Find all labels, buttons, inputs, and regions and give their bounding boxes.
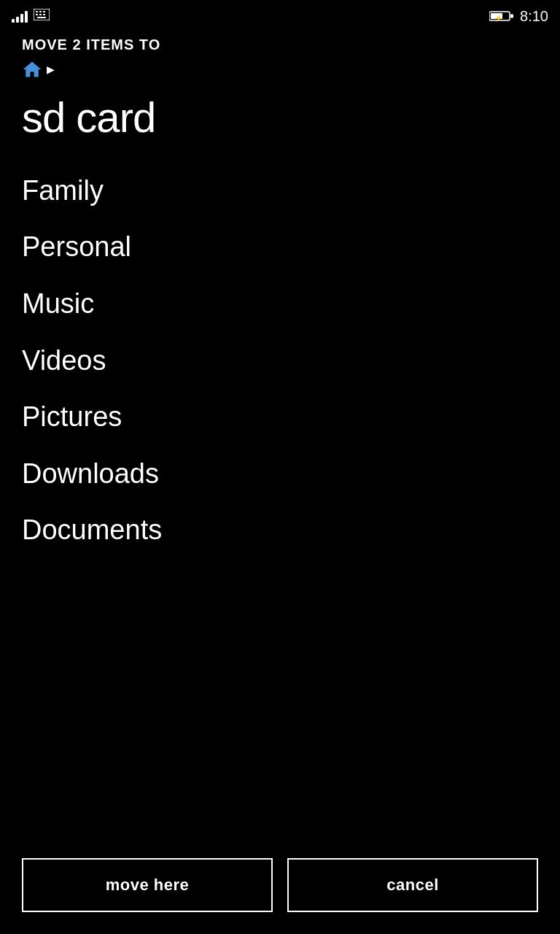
svg-rect-1 (36, 11, 38, 12)
main-content: MOVE 2 ITEMS TO ▶ sd card Family Persona… (0, 29, 560, 559)
home-icon[interactable] (22, 59, 42, 80)
move-here-button[interactable]: move here (22, 858, 273, 912)
signal-bar-4 (25, 11, 28, 23)
breadcrumb-arrow: ▶ (47, 63, 55, 75)
list-item[interactable]: Pictures (22, 389, 538, 446)
svg-rect-5 (39, 14, 42, 15)
signal-icon (12, 9, 28, 23)
page-title: MOVE 2 ITEMS TO (22, 36, 538, 53)
status-left (12, 9, 50, 23)
action-bar: move here cancel (22, 858, 538, 912)
svg-rect-6 (43, 14, 45, 15)
status-time: 8:10 (520, 8, 548, 25)
cancel-button[interactable]: cancel (287, 858, 538, 912)
svg-rect-7 (37, 17, 46, 18)
list-item[interactable]: Music (22, 276, 538, 333)
svg-text:⚡: ⚡ (494, 14, 503, 23)
keyboard-icon (34, 9, 50, 23)
svg-rect-2 (39, 11, 42, 12)
list-item[interactable]: Videos (22, 333, 538, 390)
signal-bar-1 (12, 19, 15, 23)
breadcrumb: ▶ (22, 59, 538, 80)
signal-bar-3 (20, 14, 23, 23)
svg-rect-11 (510, 15, 513, 18)
list-item[interactable]: Family (22, 163, 538, 220)
svg-rect-3 (43, 11, 45, 12)
current-location: sd card (22, 94, 538, 141)
status-bar: ⚡ 8:10 (0, 0, 560, 29)
status-right: ⚡ 8:10 (489, 8, 548, 25)
signal-bar-2 (16, 17, 19, 23)
list-item[interactable]: Documents (22, 502, 538, 559)
battery-icon: ⚡ (489, 10, 514, 22)
list-item[interactable]: Downloads (22, 446, 538, 503)
folder-list: Family Personal Music Videos Pictures Do… (22, 163, 538, 559)
svg-rect-4 (36, 14, 38, 15)
list-item[interactable]: Personal (22, 219, 538, 276)
